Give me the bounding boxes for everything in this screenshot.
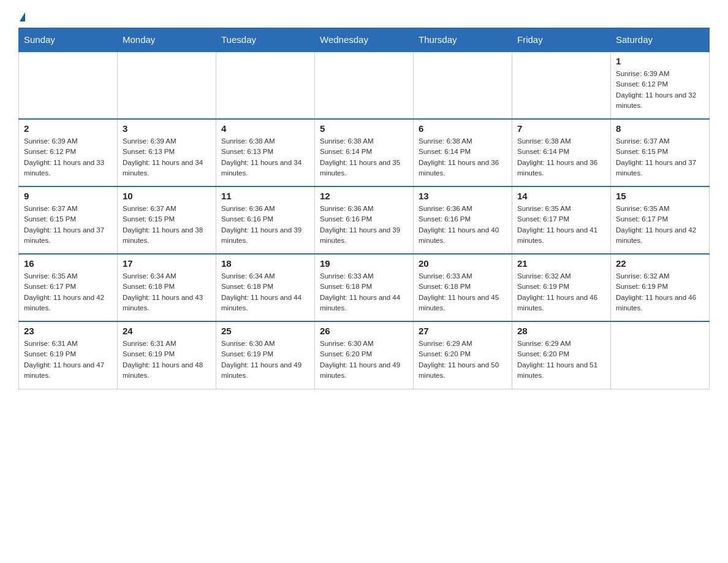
day-info: Sunrise: 6:29 AMSunset: 6:20 PMDaylight:… xyxy=(517,339,605,381)
header-saturday: Saturday xyxy=(611,28,710,52)
day-info: Sunrise: 6:29 AMSunset: 6:20 PMDaylight:… xyxy=(419,339,507,381)
day-number: 25 xyxy=(221,326,309,336)
calendar-cell: 23Sunrise: 6:31 AMSunset: 6:19 PMDayligh… xyxy=(19,321,118,389)
day-number: 10 xyxy=(123,191,211,201)
day-info: Sunrise: 6:37 AMSunset: 6:15 PMDaylight:… xyxy=(24,204,112,246)
calendar-cell: 25Sunrise: 6:30 AMSunset: 6:19 PMDayligh… xyxy=(216,321,315,389)
day-info: Sunrise: 6:38 AMSunset: 6:14 PMDaylight:… xyxy=(320,136,408,178)
calendar-cell: 21Sunrise: 6:32 AMSunset: 6:19 PMDayligh… xyxy=(512,254,611,321)
calendar-cell xyxy=(19,52,118,119)
day-number: 22 xyxy=(616,258,704,269)
calendar-week-row: 9Sunrise: 6:37 AMSunset: 6:15 PMDaylight… xyxy=(19,186,710,254)
calendar-cell: 16Sunrise: 6:35 AMSunset: 6:17 PMDayligh… xyxy=(19,254,118,321)
calendar-cell: 4Sunrise: 6:38 AMSunset: 6:13 PMDaylight… xyxy=(216,119,315,186)
day-info: Sunrise: 6:35 AMSunset: 6:17 PMDaylight:… xyxy=(616,204,704,246)
header-wednesday: Wednesday xyxy=(315,28,414,52)
calendar-cell xyxy=(118,52,216,119)
day-number: 1 xyxy=(616,56,704,66)
calendar-cell: 19Sunrise: 6:33 AMSunset: 6:18 PMDayligh… xyxy=(315,254,414,321)
day-number: 4 xyxy=(221,123,309,134)
calendar-cell: 6Sunrise: 6:38 AMSunset: 6:14 PMDaylight… xyxy=(414,119,512,186)
calendar-cell xyxy=(216,52,315,119)
day-number: 24 xyxy=(123,326,211,336)
calendar-cell: 2Sunrise: 6:39 AMSunset: 6:12 PMDaylight… xyxy=(19,119,118,186)
day-info: Sunrise: 6:38 AMSunset: 6:14 PMDaylight:… xyxy=(517,136,605,178)
day-number: 15 xyxy=(616,191,704,201)
day-info: Sunrise: 6:37 AMSunset: 6:15 PMDaylight:… xyxy=(123,204,211,246)
calendar-cell xyxy=(315,52,414,119)
header-friday: Friday xyxy=(512,28,611,52)
calendar-cell: 10Sunrise: 6:37 AMSunset: 6:15 PMDayligh… xyxy=(118,186,216,254)
day-info: Sunrise: 6:31 AMSunset: 6:19 PMDaylight:… xyxy=(24,339,112,381)
header-tuesday: Tuesday xyxy=(216,28,315,52)
day-info: Sunrise: 6:36 AMSunset: 6:16 PMDaylight:… xyxy=(419,204,507,246)
calendar-cell xyxy=(611,321,710,389)
day-info: Sunrise: 6:30 AMSunset: 6:19 PMDaylight:… xyxy=(221,339,309,381)
day-info: Sunrise: 6:38 AMSunset: 6:14 PMDaylight:… xyxy=(419,136,507,178)
day-number: 16 xyxy=(24,258,112,269)
calendar-cell: 18Sunrise: 6:34 AMSunset: 6:18 PMDayligh… xyxy=(216,254,315,321)
header-sunday: Sunday xyxy=(19,28,118,52)
day-info: Sunrise: 6:30 AMSunset: 6:20 PMDaylight:… xyxy=(320,339,408,381)
day-number: 21 xyxy=(517,258,605,269)
day-number: 2 xyxy=(24,123,112,134)
day-info: Sunrise: 6:36 AMSunset: 6:16 PMDaylight:… xyxy=(320,204,408,246)
day-number: 12 xyxy=(320,191,408,201)
day-info: Sunrise: 6:33 AMSunset: 6:18 PMDaylight:… xyxy=(320,271,408,313)
day-info: Sunrise: 6:39 AMSunset: 6:12 PMDaylight:… xyxy=(24,136,112,178)
day-number: 11 xyxy=(221,191,309,201)
day-number: 19 xyxy=(320,258,408,269)
calendar-cell: 26Sunrise: 6:30 AMSunset: 6:20 PMDayligh… xyxy=(315,321,414,389)
day-info: Sunrise: 6:34 AMSunset: 6:18 PMDaylight:… xyxy=(123,271,211,313)
calendar-cell: 24Sunrise: 6:31 AMSunset: 6:19 PMDayligh… xyxy=(118,321,216,389)
day-info: Sunrise: 6:38 AMSunset: 6:13 PMDaylight:… xyxy=(221,136,309,178)
calendar-cell: 7Sunrise: 6:38 AMSunset: 6:14 PMDaylight… xyxy=(512,119,611,186)
day-number: 9 xyxy=(24,191,112,201)
calendar-cell: 8Sunrise: 6:37 AMSunset: 6:15 PMDaylight… xyxy=(611,119,710,186)
calendar-cell: 17Sunrise: 6:34 AMSunset: 6:18 PMDayligh… xyxy=(118,254,216,321)
day-number: 8 xyxy=(616,123,704,134)
day-number: 26 xyxy=(320,326,408,336)
calendar-cell: 22Sunrise: 6:32 AMSunset: 6:19 PMDayligh… xyxy=(611,254,710,321)
calendar-cell xyxy=(512,52,611,119)
calendar-cell: 1Sunrise: 6:39 AMSunset: 6:12 PMDaylight… xyxy=(611,52,710,119)
calendar-cell: 20Sunrise: 6:33 AMSunset: 6:18 PMDayligh… xyxy=(414,254,512,321)
day-info: Sunrise: 6:32 AMSunset: 6:19 PMDaylight:… xyxy=(517,271,605,313)
calendar-cell: 27Sunrise: 6:29 AMSunset: 6:20 PMDayligh… xyxy=(414,321,512,389)
day-number: 7 xyxy=(517,123,605,134)
day-number: 14 xyxy=(517,191,605,201)
day-number: 27 xyxy=(419,326,507,336)
calendar-cell: 13Sunrise: 6:36 AMSunset: 6:16 PMDayligh… xyxy=(414,186,512,254)
day-number: 20 xyxy=(419,258,507,269)
day-number: 17 xyxy=(123,258,211,269)
day-info: Sunrise: 6:36 AMSunset: 6:16 PMDaylight:… xyxy=(221,204,309,246)
calendar-header-row: Sunday Monday Tuesday Wednesday Thursday… xyxy=(19,28,710,52)
calendar-cell xyxy=(414,52,512,119)
calendar-cell: 3Sunrise: 6:39 AMSunset: 6:13 PMDaylight… xyxy=(118,119,216,186)
day-info: Sunrise: 6:35 AMSunset: 6:17 PMDaylight:… xyxy=(517,204,605,246)
header-monday: Monday xyxy=(118,28,216,52)
header-thursday: Thursday xyxy=(414,28,512,52)
calendar-week-row: 1Sunrise: 6:39 AMSunset: 6:12 PMDaylight… xyxy=(19,52,710,119)
logo-triangle-icon xyxy=(20,12,25,21)
day-info: Sunrise: 6:39 AMSunset: 6:12 PMDaylight:… xyxy=(616,69,704,111)
calendar-cell: 9Sunrise: 6:37 AMSunset: 6:15 PMDaylight… xyxy=(19,186,118,254)
day-number: 5 xyxy=(320,123,408,134)
day-info: Sunrise: 6:32 AMSunset: 6:19 PMDaylight:… xyxy=(616,271,704,313)
calendar-cell: 11Sunrise: 6:36 AMSunset: 6:16 PMDayligh… xyxy=(216,186,315,254)
logo xyxy=(18,12,25,21)
calendar-cell: 12Sunrise: 6:36 AMSunset: 6:16 PMDayligh… xyxy=(315,186,414,254)
day-info: Sunrise: 6:33 AMSunset: 6:18 PMDaylight:… xyxy=(419,271,507,313)
day-number: 28 xyxy=(517,326,605,336)
calendar-week-row: 16Sunrise: 6:35 AMSunset: 6:17 PMDayligh… xyxy=(19,254,710,321)
calendar-week-row: 2Sunrise: 6:39 AMSunset: 6:12 PMDaylight… xyxy=(19,119,710,186)
day-info: Sunrise: 6:31 AMSunset: 6:19 PMDaylight:… xyxy=(123,339,211,381)
page-header xyxy=(18,12,710,21)
day-number: 23 xyxy=(24,326,112,336)
day-info: Sunrise: 6:39 AMSunset: 6:13 PMDaylight:… xyxy=(123,136,211,178)
calendar-cell: 28Sunrise: 6:29 AMSunset: 6:20 PMDayligh… xyxy=(512,321,611,389)
calendar-cell: 14Sunrise: 6:35 AMSunset: 6:17 PMDayligh… xyxy=(512,186,611,254)
day-number: 3 xyxy=(123,123,211,134)
calendar-table: Sunday Monday Tuesday Wednesday Thursday… xyxy=(18,28,710,389)
day-number: 6 xyxy=(419,123,507,134)
